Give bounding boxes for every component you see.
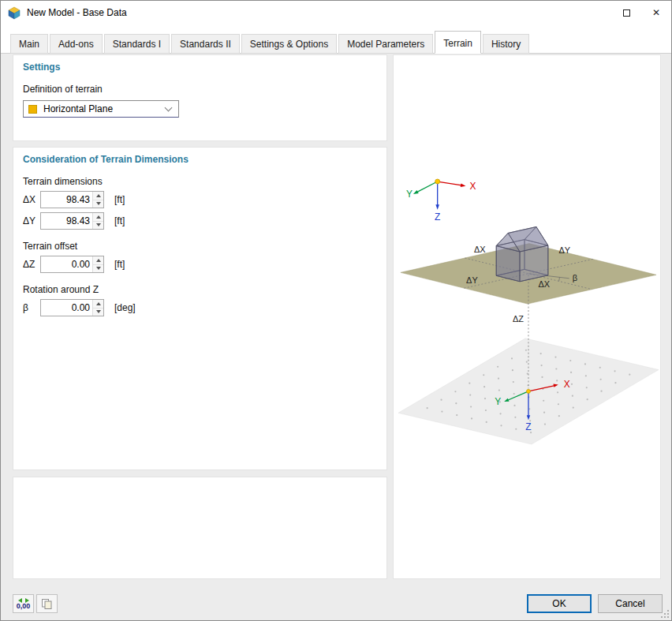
dimensions-heading: Consideration of Terrain Dimensions	[23, 154, 377, 165]
dz-label: ΔZ	[513, 314, 524, 324]
dy-spin-down[interactable]	[93, 221, 103, 230]
tab-history[interactable]: History	[483, 34, 529, 54]
dy-input[interactable]	[41, 213, 92, 229]
down-arrow-icon	[96, 267, 101, 270]
beta-spin-down[interactable]	[93, 308, 103, 316]
dy-spin-up[interactable]	[93, 213, 103, 221]
tab-terrain[interactable]: Terrain	[435, 31, 481, 54]
beta-unit: [deg]	[114, 302, 136, 313]
dx-label: ΔX	[474, 245, 486, 254]
window-title: New Model - Base Data	[27, 7, 611, 18]
up-arrow-icon	[96, 259, 101, 262]
beta-label: β	[573, 273, 577, 282]
down-arrow-icon	[96, 202, 101, 205]
dz-row: ΔZ [ft]	[23, 256, 377, 273]
new-model-dialog: New Model - Base Data ✕ Main Add-ons Sta…	[0, 0, 672, 621]
terrain-preview-panel: X Y Z	[393, 54, 661, 579]
dx-spinner	[92, 192, 103, 208]
beta-symbol: β	[23, 302, 40, 313]
maximize-button[interactable]	[611, 1, 641, 24]
terrain-color-swatch	[28, 105, 37, 114]
terrain-definition-dropdown[interactable]: Horizontal Plane	[23, 100, 179, 118]
dy-spinner	[92, 213, 103, 229]
dz-spinbox	[40, 256, 104, 273]
settings-heading: Settings	[23, 62, 377, 73]
comment-panel	[13, 477, 387, 579]
terrain-definition-value: Horizontal Plane	[43, 103, 166, 114]
titlebar: New Model - Base Data ✕	[1, 1, 671, 24]
tab-model-parameters[interactable]: Model Parameters	[338, 34, 433, 54]
rotation-around-z-label: Rotation around Z	[23, 284, 377, 295]
beta-input[interactable]	[41, 300, 92, 316]
dy-label: ΔY	[558, 245, 570, 255]
display-precision-button[interactable]: 0,00	[13, 594, 34, 613]
dy-label: ΔY	[466, 275, 478, 285]
axis-x-label: X	[469, 181, 476, 192]
dx-label: ΔX	[539, 279, 551, 289]
beta-spinner	[92, 300, 103, 316]
cancel-button[interactable]: Cancel	[598, 594, 663, 613]
dx-symbol: ΔX	[23, 194, 40, 205]
dx-row: ΔX [ft]	[23, 191, 377, 208]
definition-of-terrain-label: Definition of terrain	[23, 84, 377, 95]
dz-spin-down[interactable]	[93, 264, 103, 273]
tab-add-ons[interactable]: Add-ons	[50, 34, 103, 54]
beta-spin-up[interactable]	[93, 300, 103, 308]
tab-standards-1[interactable]: Standards I	[104, 34, 170, 54]
dx-input[interactable]	[41, 192, 92, 208]
terrain-offset-label: Terrain offset	[23, 241, 377, 252]
tab-main[interactable]: Main	[10, 34, 48, 54]
terrain-dimensions-panel: Consideration of Terrain Dimensions Terr…	[13, 147, 387, 470]
beta-row: β [deg]	[23, 299, 377, 316]
resize-grip[interactable]	[660, 609, 670, 619]
copy-icon	[41, 598, 53, 610]
global-axes-top: X Y Z	[406, 179, 476, 223]
dz-unit: [ft]	[114, 259, 125, 270]
dx-spinbox	[40, 191, 104, 208]
down-arrow-icon	[96, 310, 101, 313]
axis-y-label: Y	[495, 396, 501, 407]
house-model	[496, 226, 548, 281]
maximize-icon	[623, 9, 630, 17]
up-arrow-icon	[96, 215, 101, 219]
dx-unit: [ft]	[114, 194, 125, 205]
tab-standards-2[interactable]: Standards II	[171, 34, 240, 54]
axis-z-label: Z	[435, 211, 440, 223]
dx-spin-down[interactable]	[93, 200, 103, 208]
dz-input[interactable]	[41, 256, 92, 272]
axis-x-label: X	[564, 379, 570, 390]
dy-row: ΔY [ft]	[23, 212, 377, 230]
app-icon	[7, 6, 21, 20]
terrain-illustration: X Y Z	[394, 55, 660, 578]
copy-settings-button[interactable]	[36, 594, 58, 613]
dy-unit: [ft]	[114, 215, 125, 226]
axis-y-label: Y	[406, 189, 413, 200]
terrain-dimensions-label: Terrain dimensions	[23, 176, 377, 187]
settings-panel: Settings Definition of terrain Horizonta…	[13, 54, 387, 141]
tab-settings-options[interactable]: Settings & Options	[241, 34, 337, 54]
up-arrow-icon	[96, 194, 101, 197]
chevron-down-icon	[165, 103, 173, 111]
dz-symbol: ΔZ	[23, 259, 40, 270]
up-arrow-icon	[96, 302, 101, 305]
dy-symbol: ΔY	[23, 215, 40, 226]
precision-label: 0,00	[17, 603, 31, 610]
close-button[interactable]: ✕	[641, 1, 671, 24]
dy-spinbox	[40, 212, 104, 230]
close-icon: ✕	[652, 7, 660, 18]
axis-z-label: Z	[525, 421, 531, 432]
dz-spinner	[92, 256, 103, 272]
tab-bar: Main Add-ons Standards I Standards II Se…	[1, 24, 671, 54]
dialog-content: Settings Definition of terrain Horizonta…	[1, 54, 671, 620]
dz-spin-up[interactable]	[93, 256, 103, 264]
beta-spinbox	[40, 299, 104, 316]
ok-button[interactable]: OK	[527, 594, 592, 613]
dx-spin-up[interactable]	[93, 192, 103, 200]
down-arrow-icon	[96, 223, 101, 226]
